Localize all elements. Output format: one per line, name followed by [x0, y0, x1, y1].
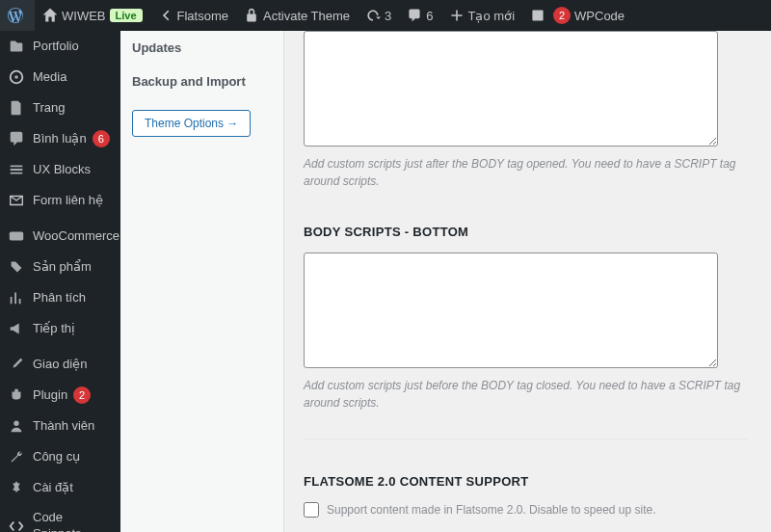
new-link[interactable]: Tạo mới	[441, 0, 523, 31]
home-icon	[42, 8, 58, 23]
plugin-icon	[8, 386, 25, 404]
svg-point-1	[14, 75, 18, 79]
sidebar-item-forms[interactable]: Form liên hệ	[0, 185, 120, 216]
sidebar-item-portfolio[interactable]: Portfolio	[0, 31, 120, 62]
site-home[interactable]: WIWEB Live	[35, 0, 150, 31]
body-top-help: Add custom scripts just after the BODY t…	[304, 155, 747, 190]
secondary-nav: Updates Backup and Import Theme Options …	[120, 31, 284, 532]
wrench-icon	[8, 448, 25, 466]
megaphone-icon	[8, 320, 25, 337]
flatsome-link[interactable]: Flatsome	[150, 0, 236, 31]
page-icon	[8, 99, 25, 117]
live-badge: Live	[110, 9, 143, 22]
sidebar-item-woocommerce[interactable]: WooCommerce	[0, 221, 120, 252]
sidebar-item-plugins[interactable]: Plugin2	[0, 380, 120, 411]
body-bottom-scripts-textarea[interactable]	[304, 253, 718, 368]
sidebar-item-settings[interactable]: Cài đặt	[0, 472, 120, 503]
sidebar-item-code-snippets[interactable]: Code Snippets	[0, 503, 120, 532]
wp-logo[interactable]	[0, 0, 35, 31]
secondary-backup[interactable]: Backup and Import	[120, 65, 283, 98]
updates-link[interactable]: 3	[358, 0, 399, 31]
admin-sidebar: Portfolio Media Trang Bình luận6 UX Bloc…	[0, 31, 120, 532]
svg-rect-2	[10, 232, 23, 241]
flatsome20-row[interactable]: Support content made in Flatsome 2.0. Di…	[304, 502, 747, 518]
comments-badge: 6	[93, 130, 110, 147]
portfolio-icon	[8, 38, 25, 55]
divider	[304, 439, 747, 439]
body-bottom-help: Add custom scripts just before the BODY …	[304, 377, 747, 412]
sidebar-item-analytics[interactable]: Phân tích	[0, 282, 120, 313]
wpcode-link[interactable]: 2 WPCode	[522, 0, 632, 31]
wpcode-badge: 2	[553, 7, 571, 24]
body-top-scripts-textarea[interactable]	[304, 31, 718, 146]
comment-icon	[8, 130, 25, 147]
secondary-updates[interactable]: Updates	[120, 31, 283, 65]
plugin-badge: 2	[73, 386, 91, 404]
lock-icon	[244, 8, 259, 23]
woo-icon	[8, 227, 25, 245]
svg-point-3	[13, 421, 18, 426]
wordpress-icon	[8, 8, 23, 23]
wpcode-icon	[530, 8, 545, 23]
admin-bar: WIWEB Live Flatsome Activate Theme 3 6 T…	[0, 0, 771, 31]
product-icon	[8, 258, 25, 276]
body-bottom-title: BODY SCRIPTS - BOTTOM	[304, 225, 747, 239]
mail-icon	[8, 192, 25, 209]
sidebar-item-marketing[interactable]: Tiếp thị	[0, 313, 120, 344]
blocks-icon	[8, 161, 25, 178]
code-icon	[8, 518, 25, 532]
sidebar-item-tools[interactable]: Công cụ	[0, 441, 120, 472]
media-icon	[8, 68, 25, 86]
sidebar-item-ux-blocks[interactable]: UX Blocks	[0, 154, 120, 185]
sidebar-item-users[interactable]: Thành viên	[0, 411, 120, 441]
chart-icon	[8, 289, 25, 306]
flatsome20-title: FLATSOME 2.0 CONTENT SUPPORT	[304, 474, 747, 489]
sidebar-item-media[interactable]: Media	[0, 62, 120, 93]
sidebar-item-products[interactable]: Sản phẩm	[0, 252, 120, 282]
plus-icon	[449, 8, 465, 23]
theme-options-button[interactable]: Theme Options →	[132, 110, 251, 137]
sidebar-item-comments[interactable]: Bình luận6	[0, 123, 120, 154]
comment-icon	[407, 8, 422, 23]
brush-icon	[8, 356, 25, 373]
flatsome20-label: Support content made in Flatsome 2.0. Di…	[327, 503, 656, 517]
main-content: Add custom scripts just after the BODY t…	[284, 31, 766, 532]
update-icon	[365, 8, 381, 23]
sidebar-item-pages[interactable]: Trang	[0, 93, 120, 123]
site-name: WIWEB	[62, 9, 106, 23]
user-icon	[8, 417, 25, 435]
activate-theme[interactable]: Activate Theme	[236, 0, 358, 31]
back-icon	[158, 8, 173, 23]
flatsome20-checkbox[interactable]	[304, 502, 319, 518]
sidebar-item-appearance[interactable]: Giao diện	[0, 349, 120, 380]
settings-icon	[8, 479, 25, 496]
comments-link[interactable]: 6	[399, 0, 440, 31]
